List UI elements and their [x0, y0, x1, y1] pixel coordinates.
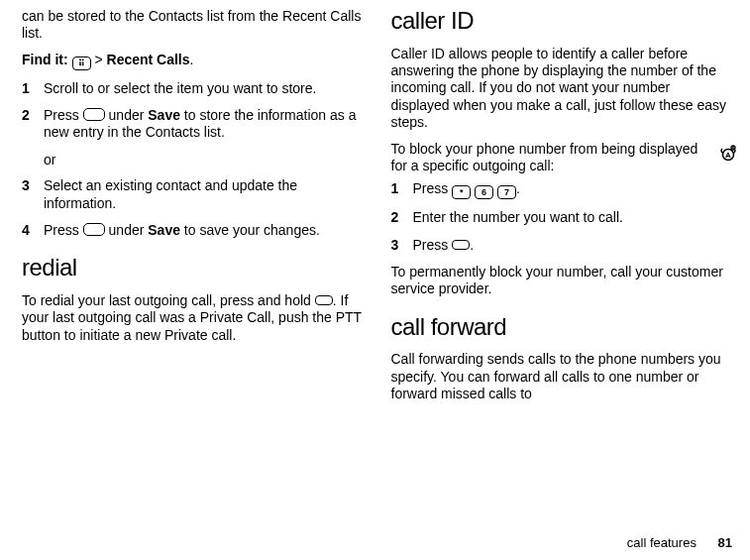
step-number: 1	[22, 80, 44, 97]
block-number-intro: To block your phone number from being di…	[391, 141, 705, 175]
text-fragment: under	[105, 222, 149, 238]
save-label: Save	[148, 107, 180, 123]
block-step-2: 2 Enter the number you want to call.	[391, 209, 733, 226]
page-number: 81	[718, 535, 732, 550]
store-steps: 1 Scroll to or select the item you want …	[22, 80, 364, 142]
redial-paragraph: To redial your last outgoing call, press…	[22, 292, 364, 344]
caller-id-heading: caller ID	[391, 6, 733, 36]
send-key-icon	[315, 295, 333, 305]
step-3: 3 Select an existing contact and update …	[22, 177, 364, 212]
block-steps: 1 Press * 6 7. 2 Enter the number you wa…	[391, 180, 733, 254]
caller-id-intro: Caller ID allows people to identify a ca…	[391, 46, 733, 132]
step-number: 1	[391, 180, 413, 199]
seven-key-icon: 7	[497, 185, 516, 199]
block-number-intro-wrap: To block your phone number from being di…	[391, 141, 733, 175]
find-it-sep: >	[94, 52, 102, 67]
intro-continuation: can be stored to the Contacts list from …	[22, 8, 364, 43]
ota-antenna-icon: A	[718, 143, 738, 163]
step-number: 4	[22, 222, 44, 239]
text-fragment: Press	[44, 222, 83, 238]
text-fragment: to save your changes.	[180, 222, 320, 238]
svg-text:A: A	[725, 151, 731, 160]
step-2: 2 Press under Save to store the informat…	[22, 107, 364, 142]
save-label: Save	[148, 222, 180, 238]
text-fragment: .	[516, 180, 520, 196]
step-body: Press .	[413, 237, 733, 254]
text-fragment: .	[470, 237, 474, 253]
step-body: Scroll to or select the item you want to…	[44, 80, 364, 97]
softkey-icon	[83, 223, 105, 236]
step-number: 2	[22, 107, 44, 142]
send-key-icon	[452, 240, 470, 250]
step-body: Enter the number you want to call.	[413, 209, 733, 226]
text-fragment: Press	[413, 237, 453, 253]
footer-section: call features	[627, 535, 696, 550]
menu-key-icon: ⠿	[72, 56, 91, 70]
step-number: 3	[22, 177, 44, 212]
or-separator: or	[44, 152, 364, 168]
step-1: 1 Scroll to or select the item you want …	[22, 80, 364, 97]
step-body: Press under Save to store the informatio…	[44, 107, 364, 142]
six-key-icon: 6	[475, 185, 493, 199]
text-fragment: Press	[413, 180, 453, 196]
text-fragment: under	[105, 107, 149, 123]
text-fragment: Press	[44, 107, 83, 123]
step-number: 3	[391, 237, 413, 254]
permanent-block-note: To permanently block your number, call y…	[391, 264, 733, 298]
star-key-icon: *	[452, 185, 471, 199]
step-body: Press * 6 7.	[413, 180, 733, 199]
store-steps-cont: 3 Select an existing contact and update …	[22, 177, 364, 239]
step-4: 4 Press under Save to save your changes.	[22, 222, 364, 239]
page-footer: call features 81	[627, 535, 732, 551]
find-it-target: Recent Calls	[107, 52, 190, 67]
find-it-label: Find it:	[22, 52, 68, 67]
step-number: 2	[391, 209, 413, 226]
call-forward-intro: Call forwarding sends calls to the phone…	[391, 351, 733, 402]
find-it-line: Find it: ⠿ > Recent Calls.	[22, 52, 364, 70]
step-body: Press under Save to save your changes.	[44, 222, 364, 239]
block-step-3: 3 Press .	[391, 237, 733, 254]
step-body: Select an existing contact and update th…	[44, 177, 364, 212]
find-it-period: .	[190, 52, 194, 67]
text-fragment: To redial your last outgoing call, press…	[22, 292, 315, 308]
block-step-1: 1 Press * 6 7.	[391, 180, 733, 199]
redial-heading: redial	[22, 253, 364, 282]
softkey-icon	[83, 108, 105, 121]
call-forward-heading: call forward	[391, 312, 733, 342]
